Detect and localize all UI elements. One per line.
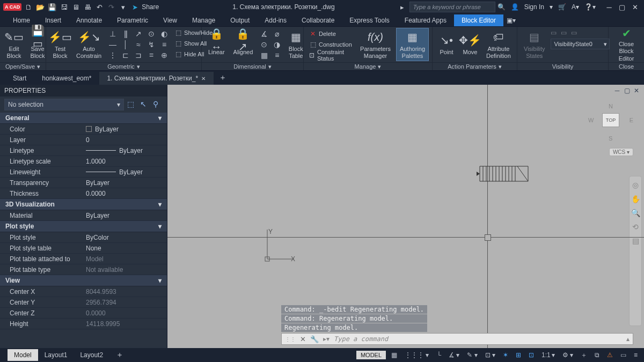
menu-parametric[interactable]: Parametric [109,14,156,26]
status-polar-icon[interactable]: ∡ ▾ [447,350,462,360]
visibility-states-button[interactable]: ▤VisibilityStates [521,28,548,61]
cmd-customize-icon[interactable]: 🔧 [310,335,319,343]
status-gear-icon[interactable]: ⚙ ▾ [560,350,575,360]
doctab-honkawest[interactable]: honkawest_eom* [34,72,99,85]
cmd-recent-icon[interactable]: ▴ [626,335,630,343]
property-row[interactable]: Center X8044.9593 [0,286,167,297]
vis-icon-2[interactable]: ▭ [561,29,567,36]
web-mobile-icon[interactable]: 🖥 [71,2,80,12]
viewcube-top[interactable]: TOP [602,113,619,127]
status-isodraft-icon[interactable]: ✎ ▾ [465,350,479,360]
panel-open-save[interactable]: Open/Save ▾ [0,62,46,70]
share-label[interactable]: Share [142,3,159,11]
menu-addins[interactable]: Add-ins [257,14,294,26]
nav-pan-icon[interactable]: ✋ [631,195,640,203]
status-snap-icon[interactable]: ⋮⋮⋮ ▾ [402,350,431,360]
status-customize-icon[interactable]: ≡ [632,350,640,360]
tab-add-layout[interactable]: ＋ [109,348,130,362]
property-value[interactable]: 1.0000 [84,158,167,165]
search-icon[interactable]: 🔍 [497,3,506,11]
property-row[interactable]: TransparencyByLayer [0,178,167,188]
parameters-manager-button[interactable]: f(x)ParametersManager [357,28,394,61]
panel-manage[interactable]: Manage ▾ [304,62,432,70]
point-button[interactable]: ↘•Point [436,28,457,61]
status-autosnap-icon[interactable]: ✶ [501,350,510,360]
tab-layout2[interactable]: Layout2 [74,349,109,361]
canvas-maximize-icon[interactable]: ▢ [623,87,631,94]
vis-icon-3[interactable]: ▭ [571,29,577,36]
navigation-bar[interactable]: ◎ ✋ 🔍 ⟲ ▤ [629,176,642,326]
property-value[interactable]: ByColor [84,234,167,241]
constraint-status-button[interactable]: ⊡Constraint Status [307,50,355,60]
property-row[interactable]: Thickness0.0000 [0,188,167,199]
nav-zoom-icon[interactable]: 🔍 [631,209,640,217]
property-value[interactable]: 8044.9593 [84,288,167,295]
signin-icon[interactable]: 👤 [511,3,519,11]
property-row[interactable]: Center Y2956.7394 [0,297,167,308]
signin-label[interactable]: Sign In [524,3,544,11]
property-row[interactable]: ColorByLayer [0,124,167,135]
save-block-button[interactable]: 💾▭SaveBlock [27,28,48,61]
search-input[interactable]: Type a keyword or phrase [409,2,495,12]
property-value[interactable]: 0.0000 [84,190,167,197]
close-block-editor-button[interactable]: ✔CloseBlock Editor [612,28,641,61]
new-icon[interactable]: 🗋 [24,2,33,12]
redo-icon[interactable]: ↷ [106,2,116,12]
section-3d-visualization[interactable]: 3D Visualization▾ [0,199,167,210]
nav-showmotion-icon[interactable]: ▤ [632,237,639,245]
property-row[interactable]: Plot table attached toModel [0,254,167,264]
auto-constrain-button[interactable]: ⚡↘AutoConstrain [73,28,105,61]
panel-dimensional[interactable]: Dimensional ▾ [202,62,303,70]
property-row[interactable]: Center Z0.0000 [0,308,167,319]
search-arrow-icon[interactable]: ▸ [398,2,407,12]
property-value[interactable]: 0 [84,136,167,144]
view-cube[interactable]: N S W E TOP [586,100,634,143]
maximize-button[interactable]: ▢ [616,2,628,12]
command-line[interactable]: ⋮⋮ ✕ 🔧 ▸▾ Type a command ▴ [281,333,633,345]
menu-manage[interactable]: Manage [185,14,223,26]
viewcube-east[interactable]: E [630,117,633,123]
visibility-state-combo[interactable]: VisibilityState0 [551,39,610,49]
open-icon[interactable]: 📂 [35,2,45,12]
tab-options-icon[interactable]: ▣▾ [507,17,516,24]
edit-block-button[interactable]: ✎▭EditBlock [3,28,25,61]
property-row[interactable]: Layer0 [0,135,167,145]
help-icon[interactable]: ❔▾ [584,3,596,11]
cmd-close-icon[interactable]: ✕ [300,335,306,343]
status-selection-cycling-icon[interactable]: ⊡ [526,350,536,360]
panel-geometric[interactable]: Geometric ▾ [46,62,201,70]
panel-action-parameters[interactable]: Action Parameters ▾ [433,62,517,70]
property-row[interactable]: Plot table typeNot available [0,264,167,275]
canvas-minimize-icon[interactable]: ─ [613,87,621,94]
qat-dropdown-icon[interactable]: ▾ [118,2,128,12]
undo-icon[interactable]: ↶ [94,2,104,12]
property-value[interactable]: ByLayer [84,212,167,219]
plot-icon[interactable]: 🖶 [83,2,92,12]
viewcube-west[interactable]: W [588,117,594,123]
toggle-pickadd-icon[interactable]: ⬚ [127,100,137,109]
menu-view[interactable]: View [156,14,185,26]
linear-button[interactable]: 🔒↔Linear [205,28,228,61]
status-model-button[interactable]: MODEL [356,351,386,359]
close-button[interactable]: ✕ [629,2,641,12]
status-clean-screen-icon[interactable]: ▭ [618,350,628,360]
attribute-definition-button[interactable]: 🏷AttributeDefinition [483,28,514,61]
wcs-badge[interactable]: WCS ▾ [609,148,633,156]
status-ortho-icon[interactable]: └ [434,350,443,360]
signin-dropdown[interactable]: ▾ [550,3,553,11]
selection-combo[interactable]: No selection▾ [4,99,124,110]
property-value[interactable]: ByLayer [84,147,167,154]
canvas-close-icon[interactable]: ✕ [632,87,641,94]
property-row[interactable]: Height14118.9995 [0,319,167,329]
nav-wheel-icon[interactable]: ◎ [632,181,639,189]
app-logo[interactable]: A CAD [3,3,21,11]
section-view[interactable]: View▾ [0,275,167,286]
move-button[interactable]: ✥⚡Move [459,28,481,61]
status-osnap-icon[interactable]: ⊡ ▾ [483,350,497,360]
status-scale[interactable]: 1:1 ▾ [539,350,557,360]
property-value[interactable]: ByLayer [84,179,167,187]
save-icon[interactable]: 💾 [47,2,57,12]
construction-button[interactable]: ⬚Construction [307,40,355,49]
property-value[interactable]: Not available [84,266,167,274]
menu-collaborate[interactable]: Collaborate [294,14,342,26]
